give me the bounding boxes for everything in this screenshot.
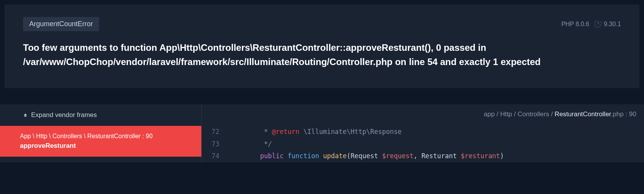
line-number: 74 [202, 150, 229, 162]
laravel-version: 9.30.1 [595, 21, 621, 28]
expand-collapse-icon [23, 112, 27, 118]
line-content: public function update(Request $request,… [229, 150, 504, 162]
code-line: 72 * @return \Illuminate\Http\Response [202, 126, 644, 138]
expand-vendor-frames-button[interactable]: Expand vendor frames [0, 104, 201, 126]
code-panel: app / Http / Controllers / ResturantCont… [202, 104, 644, 162]
main-content: Expand vendor frames App \ Http \ Contro… [0, 104, 644, 162]
stack-trace-sidebar: Expand vendor frames App \ Http \ Contro… [0, 104, 202, 162]
line-number: 73 [202, 138, 229, 150]
line-content: */ [229, 138, 272, 150]
file-path: app / Http / Controllers / ResturantCont… [202, 104, 644, 123]
badge-row: ArgumentCountError PHP 8.0.6 9.30.1 [23, 17, 621, 31]
frame-path: App \ Http \ Controllers \ ResturantCont… [20, 133, 192, 140]
php-version: PHP 8.0.6 [561, 21, 589, 28]
error-header: ArgumentCountError PHP 8.0.6 9.30.1 Too … [5, 5, 639, 88]
laravel-icon [595, 21, 602, 28]
frame-method: approveResturant [20, 142, 192, 150]
expand-label: Expand vendor frames [31, 111, 97, 119]
code-line: 74 public function update(Request $reque… [202, 150, 644, 162]
stack-frame-active[interactable]: App \ Http \ Controllers \ ResturantCont… [0, 126, 201, 157]
version-info: PHP 8.0.6 9.30.1 [561, 21, 621, 28]
code-lines: 72 * @return \Illuminate\Http\Response73… [202, 123, 644, 162]
line-number: 72 [202, 126, 229, 138]
code-line: 73 */ [202, 138, 644, 150]
error-message: Too few arguments to function App\Http\C… [23, 40, 621, 69]
line-content: * @return \Illuminate\Http\Response [229, 126, 402, 138]
error-type-badge: ArgumentCountError [23, 17, 99, 31]
